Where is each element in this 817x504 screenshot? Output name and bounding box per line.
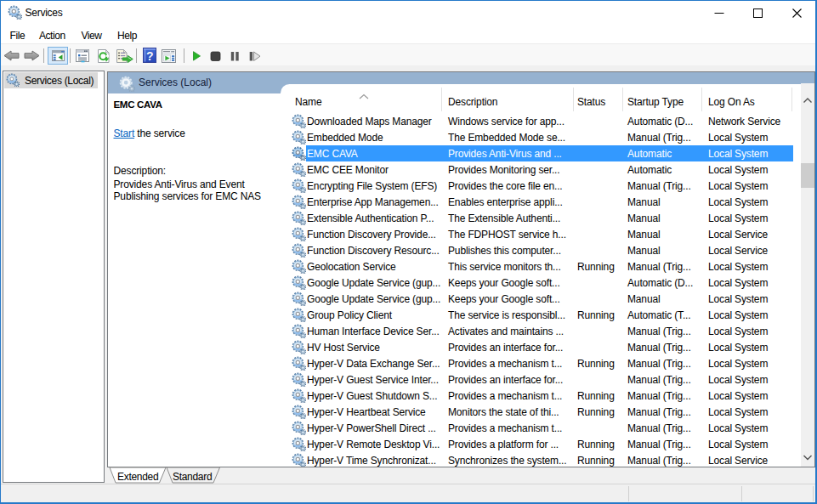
svg-text:?: ? [146,49,154,63]
